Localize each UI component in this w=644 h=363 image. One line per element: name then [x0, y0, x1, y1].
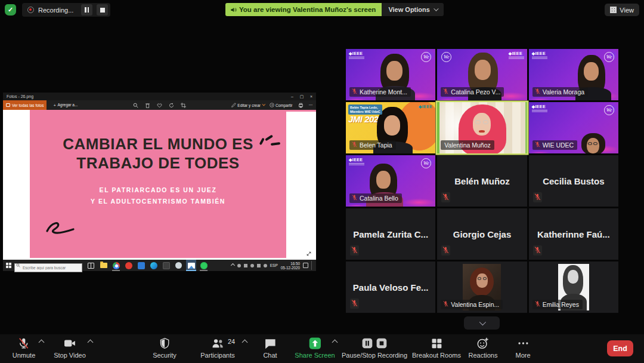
breakout-rooms-button[interactable]: Breakout Rooms — [412, 337, 461, 359]
participant-name: Paula Veloso Fe... — [346, 262, 435, 313]
minimize-icon[interactable]: – — [287, 94, 297, 99]
scroll-participants-button[interactable] — [464, 316, 500, 330]
tray-icon[interactable] — [244, 264, 247, 267]
rotate-icon[interactable] — [169, 103, 174, 108]
start-button[interactable] — [3, 260, 14, 271]
red-app-icon[interactable] — [123, 260, 134, 271]
more-options-icon[interactable]: ⋯ — [309, 103, 313, 107]
taskbar-search-input[interactable] — [14, 263, 82, 272]
participant-tile[interactable]: Giorgio Cejas — [437, 208, 527, 260]
view-button[interactable]: View — [605, 4, 639, 16]
stop-recording-button[interactable] — [97, 4, 108, 16]
slide-image: CAMBIAR EL MUNDO ES TRABAJO DE TODES EL … — [30, 112, 286, 258]
tray-chevron-icon[interactable] — [231, 263, 235, 267]
security-button[interactable]: Security — [153, 337, 177, 359]
unmute-button[interactable]: Unmute — [13, 337, 36, 359]
maximize-icon[interactable]: ▢ — [297, 94, 306, 99]
favorite-icon[interactable] — [157, 103, 162, 108]
participant-tile[interactable]: ◆IEEE We Catalina Pezo V... — [437, 49, 527, 100]
slide-subtitle: EL PATRIARCADO ES UN JUEZ Y EL ADULTOCEN… — [30, 184, 286, 207]
edit-icon — [231, 103, 236, 107]
chat-button[interactable]: Chat — [263, 337, 277, 359]
wie-logo: We — [604, 105, 614, 115]
see-all-photos-button[interactable]: Ver todas las fotos — [3, 100, 47, 110]
participant-tile[interactable]: ◆IEEE JMI 2021 Belén Tapia Ledo,Miembro … — [346, 102, 435, 153]
participant-tile[interactable]: Valentina Espin... — [437, 262, 527, 313]
participant-tile[interactable]: Belén Muñoz — [437, 155, 527, 207]
record-dot-icon — [27, 7, 34, 13]
mic-options-chevron[interactable] — [39, 340, 45, 346]
photos-app-icon[interactable] — [186, 260, 196, 271]
end-meeting-button[interactable]: End — [607, 340, 633, 356]
participant-tile[interactable]: Cecilia Bustos — [529, 155, 618, 207]
gray-app-icon[interactable] — [174, 260, 184, 271]
muted-mic-icon — [535, 141, 540, 148]
participant-tile[interactable]: Katherinne Faú... — [529, 208, 618, 260]
share-screen-icon — [308, 337, 321, 350]
task-view-icon[interactable] — [86, 260, 96, 271]
active-speaker-tile[interactable]: Valentina Muñoz — [437, 102, 527, 153]
show-desktop-button[interactable] — [311, 261, 314, 270]
share-button[interactable]: Compartir — [270, 103, 293, 107]
zoom-icon[interactable] — [133, 103, 138, 108]
participants-grid: ◆IEEE We Katherine Mont... ◆IEEE We Cata… — [346, 49, 618, 313]
security-shield-icon — [159, 337, 171, 350]
tray-icon[interactable] — [237, 264, 241, 267]
participant-tile[interactable]: Paula Veloso Fe... — [346, 262, 435, 313]
more-button[interactable]: More — [515, 337, 530, 359]
muted-mic-icon — [352, 88, 357, 95]
reactions-button[interactable]: Reactions — [469, 337, 498, 359]
participant-tile[interactable]: Emilia Reyes — [529, 262, 618, 313]
meeting-control-bar: Unmute Stop Video Security Participants … — [0, 334, 644, 363]
participant-tile[interactable]: Pamela Zurita C... — [346, 208, 435, 260]
tray-icon[interactable] — [250, 264, 254, 267]
ieee-logo: ◆IEEE — [349, 51, 364, 57]
whatsapp-icon[interactable] — [199, 260, 209, 271]
participant-tile[interactable]: ◆IEEE We WIE UDEC — [529, 102, 618, 153]
windows-taskbar: ESP 16:5005-12-2020 — [3, 260, 316, 271]
share-screen-button[interactable]: Share Screen — [295, 337, 335, 359]
muted-mic-icon — [352, 141, 357, 148]
edit-create-button[interactable]: Editar y crear — [231, 103, 264, 107]
taskbar-clock[interactable]: 16:5005-12-2020 — [281, 262, 300, 270]
tray-icon[interactable] — [257, 264, 261, 267]
fullscreen-expand-icon[interactable] — [306, 251, 312, 257]
language-indicator[interactable]: ESP — [270, 263, 278, 267]
add-to-button[interactable]: ＋ Agregar a... — [52, 103, 78, 108]
muted-mic-icon — [534, 193, 541, 201]
mail-app-icon[interactable] — [136, 260, 146, 271]
participant-tile[interactable]: ◆IEEE We Catalina Bello — [346, 155, 435, 207]
video-options-chevron[interactable] — [88, 340, 94, 346]
chevron-down-icon — [434, 6, 438, 11]
viewing-screen-banner: You are viewing Valentina Muñoz's screen — [225, 3, 382, 16]
print-icon[interactable] — [298, 103, 304, 108]
participant-name: Valentina Espin... — [451, 301, 499, 308]
muted-mic-icon — [442, 193, 449, 201]
participant-name: Belén Muñoz — [437, 155, 527, 207]
muted-mic-icon — [443, 88, 448, 95]
edge-icon[interactable] — [148, 260, 159, 271]
photos-title-bar: Fotos - 26.png – ▢ × — [3, 93, 316, 100]
wie-logo: We — [604, 52, 614, 62]
file-explorer-icon[interactable] — [98, 260, 109, 271]
dark-app-icon[interactable] — [161, 260, 171, 271]
muted-mic-icon — [17, 337, 30, 350]
view-options-button[interactable]: View Options — [382, 3, 443, 16]
participants-options-chevron[interactable] — [242, 340, 248, 346]
action-center-icon[interactable] — [303, 263, 308, 268]
participant-tile[interactable]: ◆IEEE We Katherine Mont... — [346, 49, 435, 100]
chrome-icon[interactable] — [111, 260, 121, 271]
stop-video-button[interactable]: Stop Video — [54, 337, 86, 359]
participant-tile[interactable]: ◆IEEE We Valeria Moraga — [529, 49, 618, 100]
participant-name: Catalina Pezo V... — [451, 88, 500, 96]
close-icon[interactable]: × — [306, 94, 316, 99]
delete-icon[interactable] — [145, 103, 150, 108]
glasses-icon — [588, 142, 592, 145]
tray-icon[interactable] — [264, 264, 267, 267]
participant-name: Valentina Muñoz — [444, 141, 490, 149]
pause-recording-button[interactable] — [81, 4, 92, 16]
pause-stop-recording-button[interactable]: Pause/Stop Recording — [342, 337, 407, 359]
picture-icon — [6, 103, 10, 107]
crop-icon[interactable] — [181, 103, 186, 108]
recording-stop-icon — [376, 337, 388, 349]
